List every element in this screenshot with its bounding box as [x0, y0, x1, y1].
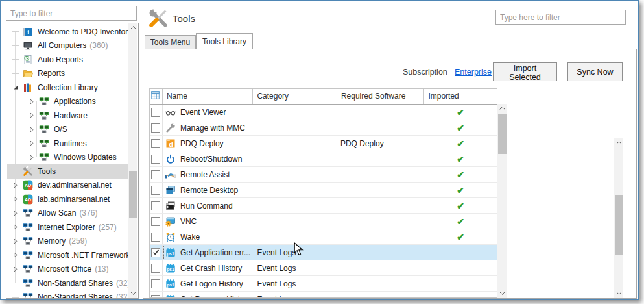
scroll-down-icon[interactable] [497, 289, 507, 298]
scrollbar-thumb[interactable] [129, 171, 137, 218]
table-row[interactable]: dPDQ DeployPDQ Deploy✔ [150, 136, 497, 151]
scroll-down-icon[interactable] [128, 289, 137, 298]
row-checkbox[interactable] [151, 279, 160, 288]
scroll-up-icon[interactable] [614, 138, 623, 147]
table-row[interactable]: Wake✔ [150, 229, 497, 245]
table-row[interactable]: ps1Get Application err...Event Logs [150, 245, 497, 260]
row-checkbox[interactable] [151, 248, 160, 257]
details-scrollbar[interactable] [614, 138, 623, 298]
column-header-name[interactable]: Name [163, 89, 253, 104]
row-checkbox[interactable] [151, 139, 160, 148]
expander-collapsed-icon[interactable] [28, 151, 36, 165]
row-checkbox[interactable] [151, 123, 160, 133]
tab-tools-library[interactable]: Tools Library [196, 33, 253, 49]
expander-collapsed-icon[interactable] [12, 207, 19, 221]
tool-name: Manage with MMC [180, 123, 245, 133]
table-row[interactable]: Reboot/Shutdown✔ [150, 151, 497, 167]
row-checkbox[interactable] [151, 155, 160, 164]
row-checkbox[interactable] [151, 295, 160, 298]
svg-text:AD: AD [25, 197, 31, 202]
sidebar-item-windows-updates[interactable]: Windows Updates [7, 151, 128, 165]
sidebar-item-welcome-to-pdq-inventory[interactable]: iWelcome to PDQ Inventory [7, 25, 128, 39]
table-row[interactable]: Remote Assist✔ [150, 167, 497, 183]
group-green-icon [39, 124, 50, 134]
svg-text:ps1: ps1 [167, 266, 174, 272]
library-filter-input[interactable] [495, 10, 626, 25]
sidebar-item-collection-library[interactable]: Collection Library [7, 81, 128, 95]
table-scrollbar[interactable] [497, 104, 507, 298]
column-header-category[interactable]: Category [253, 89, 337, 104]
sidebar-item-all-computers[interactable]: All Computers(360) [7, 39, 128, 53]
expander-collapsed-icon[interactable] [12, 192, 19, 207]
computer-icon [23, 40, 34, 51]
sidebar-item-tools[interactable]: Tools [7, 164, 128, 179]
sidebar-item-memory[interactable]: Memory(259) [7, 234, 128, 249]
row-checkbox[interactable] [151, 217, 160, 226]
expander-collapsed-icon[interactable] [12, 262, 19, 277]
scroll-up-icon[interactable] [497, 104, 507, 112]
table-row[interactable]: Remote Desktop✔ [150, 183, 497, 198]
tool-category [253, 151, 337, 166]
row-checkbox[interactable] [151, 201, 160, 210]
row-checkbox[interactable] [151, 264, 160, 273]
column-header-imported[interactable]: Imported [424, 89, 497, 104]
sync-now-button[interactable]: Sync Now [567, 62, 623, 81]
tree-item-label: Hardware [54, 111, 88, 120]
table-row[interactable]: ps1Get Crash HistoryEvent Logs [150, 260, 497, 276]
table-row[interactable]: Manage with MMC✔ [150, 120, 497, 136]
row-checkbox[interactable] [151, 108, 160, 117]
sidebar-item-o-s[interactable]: O/S [7, 123, 128, 137]
table-row[interactable]: ps1Get Logon HistoryEvent Logs [150, 276, 497, 292]
expander-collapsed-icon[interactable] [28, 123, 36, 137]
group-blue-icon [23, 278, 34, 288]
expander-collapsed-icon[interactable] [28, 136, 36, 151]
expander-expanded-icon[interactable] [12, 81, 19, 95]
sidebar-item-microsoft-net-framework[interactable]: Microsoft .NET Framework [7, 248, 128, 262]
subscription-link[interactable]: Enterprise [455, 68, 492, 77]
sidebar-item-reports[interactable]: Reports [7, 67, 128, 81]
table-row[interactable]: Event Viewer✔ [150, 105, 497, 120]
group-green-icon [39, 138, 50, 149]
tool-required-software [337, 167, 425, 182]
tool-required-software [337, 105, 425, 120]
sidebar-item-non-standard-shares[interactable]: Non-Standard Shares(32) [7, 290, 128, 298]
column-chooser-button[interactable] [150, 89, 163, 104]
scroll-up-icon[interactable] [128, 23, 137, 32]
sidebar-item-auto-reports[interactable]: Auto Reports [7, 53, 128, 67]
expander-collapsed-icon[interactable] [12, 220, 19, 234]
expander-collapsed-icon[interactable] [12, 248, 19, 262]
row-checkbox[interactable] [151, 233, 160, 242]
row-checkbox[interactable] [151, 186, 160, 195]
sidebar-item-non-standard-shares[interactable]: Non-Standard Shares(32) [7, 276, 128, 290]
table-row[interactable]: Run Command✔ [150, 198, 497, 214]
sidebar-filter-input[interactable] [6, 6, 137, 21]
sidebar-item-hardware[interactable]: Hardware [7, 108, 128, 123]
sidebar-item-allow-scan[interactable]: Allow Scan(376) [7, 207, 128, 221]
sidebar-scrollbar[interactable] [128, 23, 137, 298]
tree-item-label: Microsoft .NET Framework [38, 251, 128, 260]
tool-category [253, 136, 337, 151]
scrollbar-thumb[interactable] [615, 195, 623, 255]
imported-check-icon: ✔ [457, 233, 464, 242]
sidebar-item-dev-adminarsenal-net[interactable]: ADdev.adminarsenal.net [7, 179, 128, 193]
wake-icon [165, 232, 176, 242]
expander-collapsed-icon[interactable] [28, 108, 36, 123]
sidebar-item-microsoft-office[interactable]: Microsoft Office(13) [7, 262, 128, 277]
table-row[interactable]: VNC✔ [150, 214, 497, 229]
expander-collapsed-icon[interactable] [12, 234, 19, 249]
scrollbar-thumb[interactable] [498, 114, 507, 154]
sidebar-item-lab-adminarsenal-net[interactable]: ADlab.adminarsenal.net [7, 192, 128, 207]
imported-check-icon: ✔ [457, 123, 464, 133]
wrench-icon [165, 123, 176, 133]
expander-collapsed-icon[interactable] [28, 95, 36, 109]
column-header-required-software[interactable]: Required Software [337, 89, 425, 104]
import-selected-button[interactable]: Import Selected [493, 62, 557, 81]
scroll-down-icon[interactable] [614, 289, 623, 298]
tab-tools-menu[interactable]: Tools Menu [145, 35, 196, 49]
sidebar-item-runtimes[interactable]: Runtimes [7, 136, 128, 151]
sidebar-item-applications[interactable]: Applications [7, 95, 128, 109]
table-row[interactable]: ps1Get Rename HistoryEvent Logs [150, 292, 497, 298]
row-checkbox[interactable] [151, 170, 160, 179]
expander-collapsed-icon[interactable] [12, 179, 19, 193]
sidebar-item-internet-explorer[interactable]: Internet Explorer(257) [7, 220, 128, 234]
